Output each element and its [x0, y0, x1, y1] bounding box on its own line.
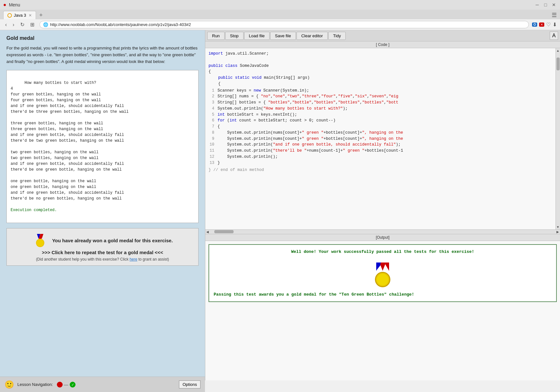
nav-bar: ‹ › ↻ ⊞ 🌐 O ✕ ♡ ⬇ — [0, 19, 560, 30]
program-output-box: How many bottles to start with? 4 four g… — [6, 70, 199, 223]
code-scrollbar-vertical[interactable]: ▲ ▼ — [556, 48, 560, 229]
smiley-icon: 🙂 — [4, 380, 14, 389]
tidy-button[interactable]: Tidy — [328, 32, 346, 40]
right-panel: Run Stop Load file Save file Clear edito… — [205, 30, 560, 380]
stop-button[interactable]: Stop — [225, 32, 244, 40]
output-success-text: Well done! Your work successfully passed… — [291, 249, 474, 254]
postamble-comment: } // end of main method — [209, 167, 552, 173]
output-area: Well done! Your work successfully passed… — [205, 241, 560, 381]
editor-toolbar: Run Stop Load file Save file Clear edito… — [205, 30, 560, 41]
output-line-1: How many bottles to start with? 4 four g… — [11, 81, 129, 201]
refresh-button[interactable]: ↻ — [18, 21, 26, 28]
code-editor-area[interactable]: import java.util.Scanner; public class S… — [205, 48, 560, 229]
window-controls: ─ □ ✕ — [534, 2, 557, 8]
scroll-down-arrow[interactable]: ▼ — [556, 225, 560, 229]
gold-medal-icon-small — [32, 232, 48, 248]
gold-banner[interactable]: You have already won a gold medal for th… — [6, 228, 199, 266]
output-section: [Output] Well done! Your work successful… — [205, 234, 560, 381]
options-button[interactable]: Options — [179, 380, 200, 388]
dash-separator: — — [64, 382, 68, 387]
title-bar: ● Menu ─ □ ✕ — [0, 0, 560, 10]
green-check-icon: ✓ — [69, 381, 76, 388]
svg-text:✓: ✓ — [71, 383, 74, 387]
heart-button[interactable]: ♡ — [546, 22, 551, 28]
code-line-11: 11 System.out.println("there'll be "+num… — [205, 148, 556, 154]
tab-menu-icon[interactable]: ☰ — [552, 12, 557, 19]
restore-button[interactable]: □ — [543, 2, 548, 8]
gold-banner-assist-text: (Did another student help you with this … — [36, 257, 169, 262]
minimize-button[interactable]: ─ — [534, 2, 540, 8]
close-button[interactable]: ✕ — [551, 2, 557, 8]
lesson-nav-label: Lesson Navigation: — [17, 382, 53, 387]
gold-banner-text1: You have already won a gold medal for th… — [52, 238, 173, 243]
scroll-left-arrow[interactable]: ◀ — [205, 229, 210, 234]
tab-favicon-icon — [7, 13, 12, 18]
preamble-brace1: { — [209, 69, 552, 75]
red-circle-icon — [56, 381, 63, 388]
tab-close-icon[interactable]: ✕ — [29, 13, 32, 18]
gold-medal-icon-large — [370, 259, 396, 288]
gold-medal-title: Gold medal — [6, 35, 199, 41]
code-preamble: import java.util.Scanner; public class S… — [205, 49, 556, 88]
code-line-5: 5 int bottleStart = keys.nextInt(); — [205, 112, 556, 118]
gold-banner-row1: You have already won a gold medal for th… — [32, 232, 173, 248]
svg-point-16 — [377, 274, 388, 285]
address-bar-container: 🌐 — [40, 21, 529, 28]
preamble-brace2: { — [209, 81, 552, 87]
scroll-right-arrow[interactable]: ▶ — [556, 229, 560, 234]
opera-badge: O — [532, 22, 537, 27]
scroll-h-thumb[interactable] — [214, 230, 234, 233]
bottom-bar: 🙂 Lesson Navigation: — ✓ Options — [0, 377, 205, 392]
svg-point-17 — [57, 382, 63, 388]
code-scrollbar-horizontal[interactable]: ◀ ▶ — [205, 229, 560, 234]
code-line-2: 2 String[] nums = { "no","one","two","th… — [205, 94, 556, 100]
run-button[interactable]: Run — [207, 32, 225, 40]
output-passing-text: Passing this test awards you a gold meda… — [214, 292, 552, 297]
main-content: Gold medal For the gold medal, you will … — [0, 30, 560, 380]
execution-completed-text: Execution completed. — [11, 208, 57, 212]
menu-label: Menu — [9, 2, 20, 7]
address-input[interactable] — [50, 22, 526, 27]
clear-editor-button[interactable]: Clear editor — [297, 32, 328, 40]
output-section-header: [Output] — [205, 234, 560, 241]
output-success-box: Well done! Your work successfully passed… — [209, 244, 557, 302]
scroll-up-arrow[interactable]: ▲ — [556, 48, 560, 53]
nav-right-icons: O ✕ ♡ ⬇ — [532, 22, 557, 28]
download-button[interactable]: ⬇ — [553, 22, 557, 28]
forward-button[interactable]: › — [11, 21, 16, 28]
svg-point-4 — [37, 239, 44, 246]
code-scroll-content: import java.util.Scanner; public class S… — [205, 48, 556, 229]
back-button[interactable]: ‹ — [3, 21, 9, 28]
preamble-class: public class SomeJavaCode — [209, 63, 552, 69]
home-button[interactable]: ⊞ — [28, 21, 36, 28]
new-tab-button[interactable]: + — [37, 12, 45, 19]
assist-link[interactable]: here — [129, 257, 137, 262]
notif-badge: ✕ — [539, 22, 544, 27]
gold-medal-desc: For the gold medal, you will need to wri… — [6, 45, 199, 65]
browser-logo-icon: ● — [3, 2, 6, 8]
font-size-button[interactable]: A — [550, 31, 558, 40]
scroll-thumb[interactable] — [556, 58, 560, 70]
tab-label: Java 3 — [14, 13, 26, 18]
code-section: [ Code ] import java.util.Scanner; publi… — [205, 41, 560, 234]
code-line-3: 3 String[] bottles = { "bottles","bottle… — [205, 100, 556, 106]
preamble-blank — [209, 57, 552, 63]
code-section-header: [ Code ] — [205, 41, 560, 48]
security-icon: 🌐 — [43, 22, 48, 27]
gold-banner-click-text[interactable]: >>> Click here to repeat the test for a … — [42, 250, 163, 255]
code-line-10: 10 System.out.println("and if one green … — [205, 142, 556, 148]
tab-java3[interactable]: Java 3 ✕ — [3, 11, 36, 19]
code-line-13: 13 } — [205, 160, 556, 166]
preamble-main: public static void main(String[] args) — [209, 75, 552, 81]
code-line-6: 6 for (int count = bottleStart; count > … — [205, 118, 556, 124]
tab-bar: Java 3 ✕ + ☰ — [0, 10, 560, 19]
code-line-7: 7 { — [205, 124, 556, 130]
code-line-8: 8 System.out.println(nums[count]+" green… — [205, 130, 556, 136]
code-line-9: 9 System.out.println(nums[count]+" green… — [205, 136, 556, 142]
load-file-button[interactable]: Load file — [244, 32, 270, 40]
code-line-1: 1 Scanner keys = new Scanner(System.in); — [205, 88, 556, 94]
browser-chrome: ● Menu ─ □ ✕ Java 3 ✕ + ☰ ‹ › ↻ ⊞ 🌐 O ✕ … — [0, 0, 560, 30]
code-line-12: 12 System.out.println(); — [205, 154, 556, 160]
save-file-button[interactable]: Save file — [270, 32, 296, 40]
assist-pre-text: (Did another student help you with this … — [36, 257, 129, 262]
